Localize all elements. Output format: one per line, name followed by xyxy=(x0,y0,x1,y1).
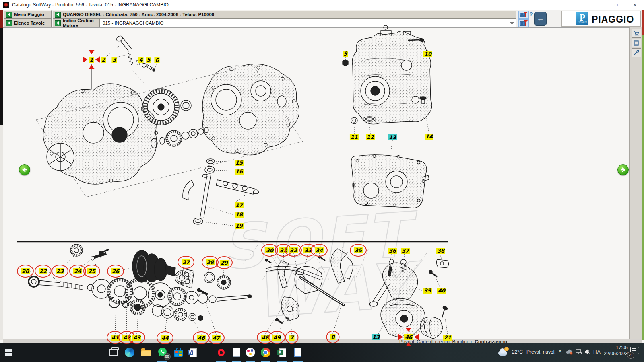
vehicle-info-bar[interactable]: QUARGO DIESEL - Cilindrata: 750 - Anno: … xyxy=(53,10,516,19)
opera-button[interactable] xyxy=(213,343,229,362)
part-number: 22 xyxy=(39,268,47,274)
indice-grafico-button[interactable]: Indice Grafico Motore xyxy=(53,19,100,27)
part-label-10[interactable]: 10 xyxy=(423,50,432,58)
menu-piaggio-label: Menù Piaggio xyxy=(14,12,44,17)
language-indicator[interactable]: ITA xyxy=(593,349,601,355)
taskbar-clock[interactable]: 17:05 22/05/2023 xyxy=(603,345,628,357)
part-label-26[interactable]: 26 xyxy=(111,267,120,275)
volume-icon[interactable] xyxy=(584,349,591,356)
notification-badge[interactable]: 21 xyxy=(627,352,634,359)
part-label-21[interactable]: 21 xyxy=(443,334,452,341)
tavola-select-combobox[interactable]: 015 - INGRANAGGI CAMBIO xyxy=(100,19,516,27)
weather-temp[interactable]: 22°C xyxy=(512,349,523,355)
start-button[interactable] xyxy=(0,343,16,362)
part-label-36[interactable]: 36 xyxy=(388,247,397,254)
part-label-23[interactable]: 23 xyxy=(56,267,64,275)
part-label-20[interactable]: 20 xyxy=(21,267,30,275)
edge-button[interactable] xyxy=(122,343,138,362)
part-label-14[interactable]: 14 xyxy=(425,133,433,140)
chrome-button[interactable] xyxy=(258,343,274,362)
part-label-3[interactable]: 3 xyxy=(111,56,117,63)
part-label-35[interactable]: 35 xyxy=(354,247,363,254)
part-label-30[interactable]: 30 xyxy=(265,247,274,254)
wordpad-app-button[interactable] xyxy=(290,343,306,362)
filter-grid-button[interactable] xyxy=(518,19,529,27)
part-label-49[interactable]: 49 xyxy=(272,334,281,341)
part-label-27[interactable]: 27 xyxy=(182,259,190,266)
part-label-22[interactable]: 22 xyxy=(39,267,47,275)
onedrive-error-icon[interactable] xyxy=(566,349,573,356)
background-strip-left-red xyxy=(0,10,3,28)
part-label-13[interactable]: 13 xyxy=(388,134,397,141)
part-label-15[interactable]: 15 xyxy=(235,159,244,166)
part-label-13[interactable]: 13 xyxy=(372,333,380,341)
help-icon[interactable]: ? xyxy=(530,12,533,17)
part-label-39[interactable]: 39 xyxy=(423,287,432,294)
part-number: 5 xyxy=(146,57,151,63)
maximize-button[interactable]: □ xyxy=(607,0,625,10)
part-label-32[interactable]: 32 xyxy=(289,247,298,254)
part-label-19[interactable]: 19 xyxy=(235,222,244,229)
part-label-8[interactable]: 8 xyxy=(330,333,335,341)
word-button[interactable]: W xyxy=(184,343,200,362)
part-label-37[interactable]: 37 xyxy=(401,247,410,254)
weather-icon[interactable] xyxy=(498,347,510,356)
piaggio-wordmark: PIAGGIO xyxy=(592,14,634,25)
part-number: 1 xyxy=(89,57,94,63)
part-label-9[interactable]: 9 xyxy=(343,50,348,57)
elenco-tavole-button[interactable]: Elenco Tavole xyxy=(4,19,52,27)
chevron-down-icon[interactable] xyxy=(510,22,514,27)
part-label-29[interactable]: 29 xyxy=(220,259,229,266)
part-label-18[interactable]: 18 xyxy=(235,211,244,218)
part-label-43[interactable]: 43 xyxy=(132,334,141,341)
part-label-46[interactable]: 46 xyxy=(404,333,413,341)
tray-chevron-up-icon[interactable]: ^ xyxy=(559,349,561,355)
part-label-34[interactable]: 34 xyxy=(315,247,324,254)
back-button[interactable]: ← xyxy=(534,12,547,26)
app-icon xyxy=(3,2,9,8)
previous-table-button[interactable] xyxy=(19,164,30,175)
part-label-2[interactable]: 2 xyxy=(101,56,106,63)
part-label-7[interactable]: 7 xyxy=(289,334,294,341)
part-label-11[interactable]: 11 xyxy=(350,133,359,140)
part-number: 38 xyxy=(436,248,445,254)
part-label-24[interactable]: 24 xyxy=(73,267,82,275)
filter-table-button[interactable] xyxy=(518,11,529,19)
close-button[interactable]: × xyxy=(625,0,644,10)
part-label-17[interactable]: 17 xyxy=(235,202,244,209)
tools-button[interactable] xyxy=(632,48,641,57)
whatsapp-button[interactable]: 88 xyxy=(154,343,170,362)
minimize-button[interactable]: — xyxy=(588,0,607,10)
paint-app-icon xyxy=(246,348,255,357)
parts-list-button[interactable] xyxy=(632,39,641,47)
part-label-28[interactable]: 28 xyxy=(206,259,215,266)
part-label-40[interactable]: 40 xyxy=(437,287,446,294)
part-number: 34 xyxy=(315,247,324,253)
menu-piaggio-button[interactable]: Menù Piaggio xyxy=(4,10,52,19)
part-label-38[interactable]: 38 xyxy=(436,247,445,254)
paint-app-button[interactable] xyxy=(242,343,258,362)
part-label-47[interactable]: 47 xyxy=(212,334,221,341)
vehicle-info-label: QUARGO DIESEL - Cilindrata: 750 - Anno: … xyxy=(63,12,214,17)
background-webpage-strip: Paypal, Carte di credito, Bonifico e Con… xyxy=(3,339,642,343)
part-number: 7 xyxy=(289,335,294,341)
part-label-1[interactable]: 1 xyxy=(89,56,94,63)
excel-button[interactable]: X xyxy=(274,343,290,362)
part-label-6[interactable]: 6 xyxy=(154,56,159,64)
part-label-25[interactable]: 25 xyxy=(87,267,96,275)
network-icon[interactable] xyxy=(576,349,582,356)
cart-button[interactable] xyxy=(632,29,641,38)
part-number: 49 xyxy=(272,335,281,341)
part-label-44[interactable]: 44 xyxy=(161,334,169,341)
window-titlebar: Catalogo SoftWay - Prodotto: 556 - Tavol… xyxy=(0,0,644,10)
part-label-46[interactable]: 46 xyxy=(197,334,206,341)
part-label-4[interactable]: 4 xyxy=(138,56,143,63)
part-label-5[interactable]: 5 xyxy=(146,56,151,63)
weather-desc[interactable]: Preval. nuvol. xyxy=(526,349,556,355)
task-view-button[interactable] xyxy=(105,343,122,362)
part-label-16[interactable]: 16 xyxy=(235,168,244,175)
file-explorer-button[interactable] xyxy=(138,343,154,362)
store-button[interactable] xyxy=(170,343,186,362)
part-label-12[interactable]: 12 xyxy=(366,133,375,140)
next-table-button[interactable] xyxy=(617,164,629,175)
